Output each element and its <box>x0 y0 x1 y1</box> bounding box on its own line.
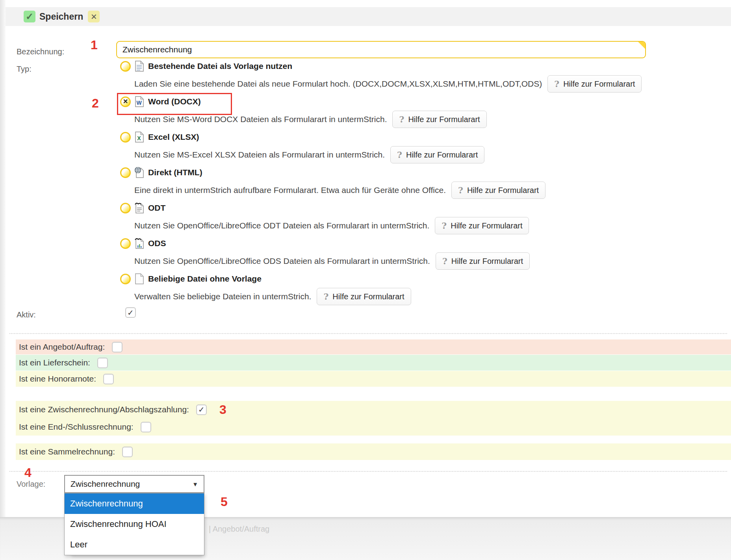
ods-icon <box>134 237 145 249</box>
flag-row-honorarnote: Ist eine Honorarnote: <box>16 371 731 387</box>
type-option-description: Laden Sie eine bestehende Datei als neue… <box>134 79 542 89</box>
background-faint-text: | Angebot/Auftrag <box>209 525 269 534</box>
dropdown-option-zwischenrechnung[interactable]: Zwischenrechnung <box>65 493 204 514</box>
sammelrechnung-checkbox[interactable] <box>122 447 133 457</box>
help-button[interactable]: ? Hilfe zur Formularart <box>392 111 486 128</box>
chevron-down-icon: ▼ <box>192 481 198 488</box>
annotation-2: 2 <box>92 96 99 111</box>
help-button-label: Hilfe zur Formularart <box>467 186 539 195</box>
annotation-3: 3 <box>219 402 226 417</box>
question-icon: ? <box>442 221 447 231</box>
help-button[interactable]: ? Hilfe zur Formularart <box>547 75 642 93</box>
type-option-title: ODT <box>148 203 165 213</box>
aktiv-checkbox[interactable] <box>125 307 136 318</box>
radio-existing-file[interactable] <box>120 61 131 72</box>
schlussrechnung-checkbox[interactable] <box>141 422 151 432</box>
question-icon: ? <box>397 150 402 160</box>
word-icon: W <box>134 96 145 108</box>
question-icon: ? <box>323 291 328 302</box>
radio-excel-xlsx[interactable] <box>120 132 131 143</box>
bezeichnung-label: Bezeichnung: <box>17 47 64 56</box>
help-button[interactable]: ? Hilfe zur Formularart <box>436 252 530 270</box>
divider <box>9 333 727 334</box>
radio-any-file[interactable] <box>120 274 131 284</box>
help-button-label: Hilfe zur Formularart <box>451 221 522 230</box>
flag-label: Ist ein Lieferschein: <box>19 358 90 367</box>
flag-row-angebot: Ist ein Angebot/Auftrag: <box>16 339 731 354</box>
type-option-ods: ODS Nutzen Sie OpenOffice/LibreOffice OD… <box>120 235 729 271</box>
radio-ods[interactable] <box>120 238 131 249</box>
honorarnote-checkbox[interactable] <box>103 374 114 384</box>
vorlage-label: Vorlage: <box>17 480 45 489</box>
vorlage-selected-value: Zwischenrechnung <box>71 479 140 489</box>
annotation-4: 4 <box>24 465 32 480</box>
close-icon[interactable]: × <box>88 11 100 22</box>
type-option-description: Verwalten Sie beliebige Dateien in unter… <box>134 292 311 301</box>
divider <box>9 471 727 472</box>
type-option-description: Nutzen Sie OpenOffice/LibreOffice ODT Da… <box>134 221 429 230</box>
type-option-excel: X Excel (XLSX) Nutzen Sie MS-Excel XLSX … <box>120 129 729 165</box>
flag-label: Ist eine Sammelrechnung: <box>19 447 115 456</box>
typ-label: Typ: <box>17 65 32 74</box>
help-button-label: Hilfe zur Formularart <box>563 80 635 89</box>
bezeichnung-input[interactable] <box>117 42 645 57</box>
vorlage-dropdown: Zwischenrechnung Zwischenrechnung HOAI L… <box>64 493 204 555</box>
help-button-label: Hilfe zur Formularart <box>332 292 404 301</box>
type-option-title: Bestehende Datei als Vorlage nutzen <box>148 61 292 71</box>
svg-text:W: W <box>136 100 142 106</box>
type-option-description: Nutzen Sie MS-Word DOCX Dateien als Form… <box>134 115 387 124</box>
help-button[interactable]: ? Hilfe zur Formularart <box>451 182 545 199</box>
existing-file-icon <box>134 60 145 72</box>
radio-odt[interactable] <box>120 203 131 213</box>
radio-direkt-html[interactable] <box>120 167 131 178</box>
zwischenrechnung-checkbox[interactable] <box>196 404 207 415</box>
aktiv-label: Aktiv: <box>17 310 36 319</box>
question-icon: ? <box>458 185 463 195</box>
flag-row-lieferschein: Ist ein Lieferschein: <box>16 355 731 371</box>
lieferschein-checkbox[interactable] <box>97 358 108 368</box>
radio-word-docx[interactable] <box>120 96 131 107</box>
angebot-auftrag-checkbox[interactable] <box>112 342 122 352</box>
help-button-label: Hilfe zur Formularart <box>406 150 478 159</box>
help-button-label: Hilfe zur Formularart <box>408 115 480 124</box>
save-button[interactable]: ✓ Speichern <box>24 11 83 22</box>
flag-label: Ist eine End-/Schlussrechnung: <box>19 422 134 432</box>
question-icon: ? <box>399 114 404 124</box>
type-option-word: W Word (DOCX) Nutzen Sie MS-Word DOCX Da… <box>120 94 729 129</box>
excel-icon: X <box>134 131 145 143</box>
type-option-description: Nutzen Sie MS-Excel XLSX Dateien als For… <box>134 150 385 159</box>
odt-icon <box>134 202 145 214</box>
save-button-label: Speichern <box>39 11 83 22</box>
help-button[interactable]: ? Hilfe zur Formularart <box>390 146 484 163</box>
blank-file-icon <box>134 273 145 285</box>
type-option-title: Beliebige Datei ohne Vorlage <box>148 274 262 284</box>
type-option-description: Eine direkt in untermStrich aufrufbare F… <box>134 185 446 195</box>
help-button[interactable]: ? Hilfe zur Formularart <box>435 217 529 234</box>
type-option-title: Word (DOCX) <box>148 97 201 106</box>
check-icon: ✓ <box>24 11 35 22</box>
dropdown-option-leer[interactable]: Leer <box>65 534 204 555</box>
question-icon: ? <box>554 79 559 89</box>
toolbar: ✓ Speichern × <box>6 7 731 26</box>
flag-label: Ist ein Angebot/Auftrag: <box>19 342 105 352</box>
type-options-list: Bestehende Datei als Vorlage nutzen Lade… <box>120 58 729 306</box>
flag-row-schlussrechnung: Ist eine End-/Schlussrechnung: <box>16 418 731 436</box>
type-option-title: Direkt (HTML) <box>148 168 202 177</box>
annotation-5: 5 <box>221 495 228 509</box>
vorlage-select[interactable]: Zwischenrechnung ▼ <box>64 475 204 493</box>
svg-text:X: X <box>137 135 141 141</box>
type-option-title: Excel (XLSX) <box>148 132 199 142</box>
html-globe-icon <box>134 167 145 178</box>
type-option-description: Nutzen Sie OpenOffice/LibreOffice ODS Da… <box>134 256 430 266</box>
bezeichnung-input-wrap <box>116 41 646 58</box>
dropdown-option-zwischenrechnung-hoai[interactable]: Zwischenrechnung HOAI <box>65 514 204 534</box>
left-edge-strip <box>0 0 6 517</box>
flag-row-zwischenrechnung: Ist eine Zwischenrechnung/Abschlagszahlu… <box>16 401 731 418</box>
type-option-title: ODS <box>148 239 166 248</box>
type-option-any-file: Beliebige Datei ohne Vorlage Verwalten S… <box>120 271 729 306</box>
type-option-odt: ODT Nutzen Sie OpenOffice/LibreOffice OD… <box>120 200 729 235</box>
help-button[interactable]: ? Hilfe zur Formularart <box>317 288 411 305</box>
question-icon: ? <box>442 256 447 266</box>
type-option-html: Direkt (HTML) Eine direkt in untermStric… <box>120 165 729 200</box>
help-button-label: Hilfe zur Formularart <box>451 257 523 266</box>
